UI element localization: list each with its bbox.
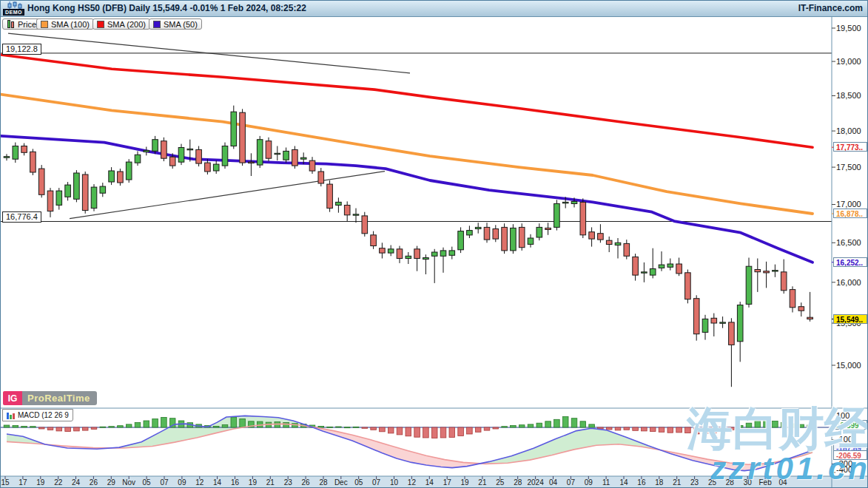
prorealtime-label: ProRealTime [22, 391, 97, 405]
date-label: 18 [655, 478, 663, 487]
level-label: 16,776.4 [2, 211, 41, 223]
date-label: 22 [54, 478, 62, 487]
price-axis-label: 18,500 [836, 91, 861, 100]
date-label: 17 [18, 478, 27, 487]
date-label: 16 [231, 478, 239, 487]
macd-axis-label: -400 [836, 465, 852, 474]
sma50-swatch-icon [153, 21, 161, 28]
date-label: 23 [284, 478, 292, 487]
date-label: 16 [637, 478, 645, 487]
date-label: 19 [249, 478, 257, 487]
ig-logo-icon: IG [3, 391, 22, 405]
legend-price-label: Price [18, 20, 36, 29]
date-label: Nov [122, 478, 135, 487]
title-bar: DEMO Hong Kong HS50 (DFB) Daily 15,549.4… [1, 1, 868, 17]
chart-canvas[interactable] [1, 1, 868, 488]
price-axis-label: 16,000 [836, 278, 861, 287]
date-label: 28 [319, 478, 327, 487]
chart-title: Hong Kong HS50 (DFB) Daily 15,549.4 -0.0… [27, 3, 306, 13]
date-label: 29 [107, 478, 115, 487]
demo-logo: DEMO [3, 1, 25, 16]
date-label: 04 [778, 478, 787, 487]
date-label: 07 [567, 478, 575, 487]
price-badge: 15,549.. [833, 314, 867, 324]
price-badge: 16,252.. [833, 257, 867, 267]
date-label: Dec [334, 478, 348, 487]
legend-sma50-button[interactable]: SMA (50) [149, 18, 202, 30]
date-label: 04 [549, 478, 557, 487]
price-badge: 16,878.. [833, 209, 867, 218]
date-label: 09 [585, 478, 593, 487]
date-label: 30 [744, 478, 752, 487]
price-badge: 17,773.. [833, 142, 867, 152]
date-label: 14 [619, 478, 628, 487]
prorealtime-logo: IG ProRealTime [3, 391, 97, 405]
date-label: 07 [160, 478, 168, 487]
date-label: 26 [302, 478, 310, 487]
date-label: 10 [390, 478, 398, 487]
macd-badge: 18.899 [833, 420, 867, 430]
date-label: 09 [178, 478, 186, 487]
date-label: 05 [354, 478, 363, 487]
date-label: 14 [425, 478, 434, 487]
macd-badge: -206.59 [833, 450, 867, 460]
date-label: 19 [460, 478, 468, 487]
date-label: 21 [673, 478, 681, 487]
date-label: 26 [90, 478, 98, 487]
price-axis-label: 19,000 [836, 57, 861, 66]
date-label: 17 [443, 478, 451, 487]
price-axis-label: 17,500 [836, 163, 861, 172]
date-label: 12 [195, 478, 203, 487]
date-label: 25 [496, 478, 504, 487]
legend-sma100-label: SMA (100) [51, 20, 90, 29]
level-label: 19,122.8 [2, 44, 41, 55]
provider-link[interactable]: IT-Finance.com [798, 3, 863, 13]
date-label: 25 [708, 478, 716, 487]
date-label: 28 [726, 478, 734, 487]
sma100-swatch-icon [41, 21, 48, 28]
sma200-swatch-icon [97, 21, 104, 28]
legend-sma200-button[interactable]: SMA (200) [92, 18, 150, 30]
date-label: 2024 [527, 478, 543, 487]
date-label: 21 [478, 478, 486, 487]
macd-label: MACD (12 26 9 [18, 411, 69, 419]
price-candles-icon [7, 20, 15, 28]
macd-axis-label: 100 [836, 411, 850, 420]
date-label: 12 [408, 478, 416, 487]
date-label: 05 [143, 478, 151, 487]
date-label: 07 [372, 478, 380, 487]
date-label: 21 [266, 478, 275, 487]
date-label: 19 [36, 478, 44, 487]
date-label: Feb [758, 478, 771, 487]
price-axis-label: 16,500 [836, 238, 861, 247]
price-axis-label: 15,000 [836, 361, 861, 370]
chart-window: DEMO Hong Kong HS50 (DFB) Daily 15,549.4… [0, 0, 868, 488]
legend-price-button[interactable]: Price [2, 18, 41, 30]
price-axis-label: 18,000 [836, 126, 861, 135]
price-axis-label: 19,500 [836, 24, 861, 33]
date-label: 28 [514, 478, 522, 487]
legend-sma50-label: SMA (50) [164, 20, 198, 29]
date-label: 14 [213, 478, 221, 487]
legend-sma100-button[interactable]: SMA (100) [36, 18, 94, 30]
price-axis-label: 17,000 [836, 200, 861, 209]
date-label: 15 [1, 478, 9, 487]
macd-indicator-tab[interactable]: MACD (12 26 9 [2, 409, 73, 421]
legend-sma200-label: SMA (200) [107, 20, 146, 29]
date-label: 23 [690, 478, 699, 487]
date-label: 11 [602, 478, 610, 487]
date-label: 24 [72, 478, 80, 487]
demo-badge: DEMO [3, 9, 24, 16]
macd-icon [7, 412, 15, 419]
